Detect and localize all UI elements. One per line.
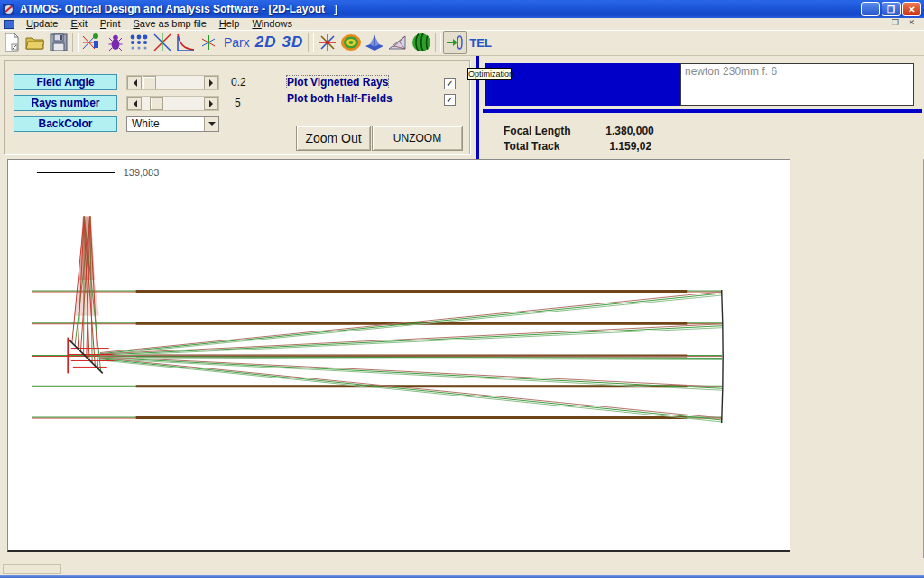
field-angle-scroll-thumb[interactable] (143, 76, 156, 89)
drawing-area[interactable]: 139,083 (7, 159, 790, 552)
scroll-right-arrow-icon[interactable] (204, 97, 218, 110)
toolbar-separator (435, 33, 441, 52)
menu-bar: Update Exit Print Save as bmp file Help … (0, 18, 924, 30)
application-window: ATMOS- Optical Design and Analysis Softw… (0, 0, 924, 578)
plot-vignetted-rays-checkbox[interactable]: ✓ (444, 78, 456, 89)
paraxial-button[interactable] (198, 31, 221, 54)
total-track-label: Total Track (504, 140, 603, 153)
save-button[interactable] (47, 31, 70, 54)
backcolor-button[interactable]: BackColor (14, 116, 117, 132)
spot-star-button[interactable] (316, 31, 339, 54)
svg-text:139,083: 139,083 (124, 167, 160, 178)
control-panel: Field Angle Rays number BackColor 0.2 5 … (0, 56, 924, 159)
new-file-button[interactable] (0, 31, 23, 54)
status-cell (3, 564, 61, 574)
plot-both-half-fields-label[interactable]: Plot both Half-Fields (287, 92, 393, 105)
tel-insert-button[interactable] (443, 31, 467, 54)
layout-rays-button[interactable] (80, 31, 104, 54)
field-curve-button[interactable] (174, 31, 198, 54)
open-file-button[interactable] (23, 31, 47, 54)
menu-print[interactable]: Print (94, 18, 127, 30)
minimize-button[interactable]: _ (861, 2, 880, 16)
scroll-left-arrow-icon[interactable] (127, 76, 142, 89)
scroll-right-arrow-icon[interactable] (204, 76, 218, 89)
optimization-tooltip: Optimization (467, 68, 512, 80)
scroll-left-arrow-icon[interactable] (127, 97, 142, 110)
focal-length-label: Focal Length (504, 125, 603, 137)
plot-both-half-fields-checkbox[interactable]: ✓ (444, 94, 456, 106)
mtf-sphere-button[interactable] (410, 31, 433, 54)
tel-label[interactable]: TEL (467, 36, 494, 50)
zoom-out-button[interactable]: Zoom Out (296, 126, 371, 151)
toolbar-separator (308, 33, 314, 52)
menu-help[interactable]: Help (213, 18, 246, 30)
menu-windows[interactable]: Windows (245, 18, 299, 30)
rays-number-value: 5 (235, 97, 241, 109)
rays-number-scroll-thumb[interactable] (150, 97, 163, 110)
unzoom-button[interactable]: UNZOOM (372, 126, 463, 151)
close-button[interactable]: ✕ (902, 2, 921, 16)
total-track-value: 1.159,02 (605, 140, 651, 153)
design-name-text: newton 230mm f. 6 (685, 65, 777, 78)
menu-exit[interactable]: Exit (64, 18, 93, 30)
status-bar (0, 558, 924, 575)
parx-label[interactable]: Parx (221, 35, 253, 50)
focal-length-row: Focal Length 1.380,000 (504, 125, 654, 137)
ray-diagram: 139,083 (8, 160, 790, 550)
backcolor-dropdown[interactable]: White (126, 116, 219, 132)
spot-diagram-button[interactable] (127, 31, 151, 54)
plot-vignetted-rays-label[interactable]: Plot Vignetted Rays (287, 76, 388, 89)
dropdown-arrow-icon[interactable] (204, 117, 218, 131)
menu-update[interactable]: Update (20, 18, 64, 30)
field-angle-button[interactable]: Field Angle (14, 74, 117, 90)
total-track-row: Total Track 1.159,02 (504, 140, 651, 153)
toolbar-separator (72, 33, 79, 52)
design-name-field[interactable]: newton 230mm f. 6 (680, 63, 914, 106)
surface-3d-button[interactable] (363, 31, 386, 54)
contour-map-button[interactable] (339, 31, 363, 54)
menu-save-as-bmp[interactable]: Save as bmp file (126, 18, 212, 30)
mdi-child-icon[interactable] (4, 20, 14, 29)
backcolor-selected-value: White (132, 117, 160, 130)
title-bar: ATMOS- Optical Design and Analysis Softw… (0, 0, 924, 18)
3d-view-button[interactable]: 3D (280, 33, 307, 51)
wireframe-button[interactable] (386, 31, 410, 54)
optimization-panel[interactable] (485, 63, 680, 106)
restore-button[interactable]: ❐ (882, 2, 901, 16)
toolbar: Parx 2D 3D TEL (0, 30, 924, 56)
app-icon (3, 3, 16, 16)
focal-length-value: 1.380,000 (605, 125, 653, 137)
window-title: ATMOS- Optical Design and Analysis Softw… (20, 3, 337, 15)
optimization-bug-button[interactable] (104, 31, 127, 54)
rays-number-button[interactable]: Rays number (14, 95, 117, 111)
2d-view-button[interactable]: 2D (253, 33, 280, 51)
rays-number-scrollbar[interactable] (126, 96, 219, 111)
aberration-curves-button[interactable] (151, 31, 174, 54)
field-angle-value: 0.2 (231, 76, 246, 89)
field-angle-scrollbar[interactable] (126, 75, 219, 90)
mdi-window-controls[interactable]: – ❐ ✕ (877, 18, 919, 27)
horizontal-divider (483, 109, 922, 113)
